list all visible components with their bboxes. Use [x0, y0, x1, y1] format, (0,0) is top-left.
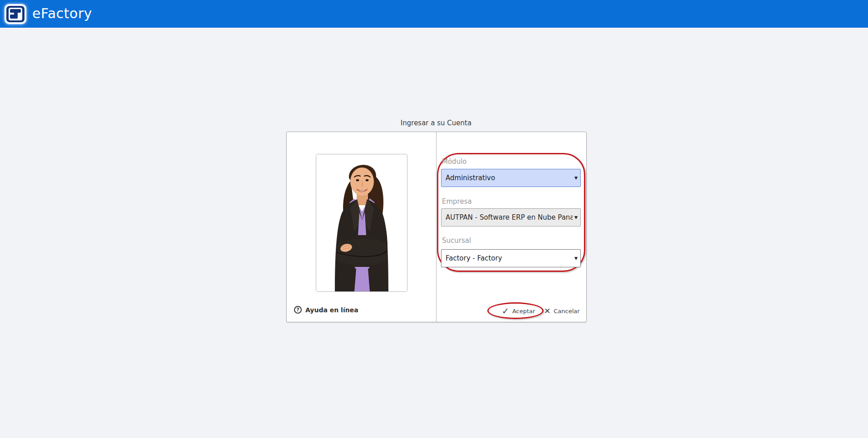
accept-button-label: Aceptar [512, 308, 535, 315]
modulo-select[interactable]: Administrativo ▼ [441, 169, 581, 187]
woman-illustration [316, 154, 407, 291]
check-icon: ✓ [502, 307, 509, 315]
cancel-button[interactable]: ✕ Cancelar [544, 305, 580, 317]
empresa-label: Empresa [442, 197, 472, 206]
app-title: eFactory [32, 0, 92, 27]
app-header: eFactory [0, 0, 868, 28]
empresa-select[interactable]: AUTPAN - Software ERP en Nube Pana ▼ [441, 208, 581, 226]
close-icon: ✕ [544, 307, 550, 315]
modulo-label: Módulo [442, 157, 467, 166]
online-help-link[interactable]: ? Ayuda en línea [294, 306, 358, 314]
chevron-down-icon: ▼ [573, 215, 578, 220]
login-panel: ? Ayuda en línea Módulo Administrativo ▼… [286, 132, 587, 322]
online-help-label: Ayuda en línea [305, 306, 358, 314]
modulo-selected-value: Administrativo [446, 174, 495, 182]
login-panel-left: ? Ayuda en línea [287, 132, 436, 322]
sucursal-selected-value: Factory - Factory [446, 254, 502, 262]
efactory-logo-icon [5, 4, 26, 24]
empresa-selected-value: AUTPAN - Software ERP en Nube Pana [446, 213, 573, 221]
sucursal-label: Sucursal [442, 236, 471, 245]
page-title: Ingresar a su Cuenta [286, 119, 586, 127]
help-icon: ? [294, 306, 302, 314]
sucursal-select[interactable]: Factory - Factory ▼ [441, 249, 581, 267]
chevron-down-icon: ▼ [573, 256, 578, 261]
login-panel-right: Módulo Administrativo ▼ Empresa AUTPAN -… [436, 132, 586, 322]
accept-button[interactable]: ✓ Aceptar [502, 305, 535, 317]
chevron-down-icon: ▼ [573, 176, 578, 180]
cancel-button-label: Cancelar [554, 308, 579, 315]
user-photo [316, 154, 407, 292]
